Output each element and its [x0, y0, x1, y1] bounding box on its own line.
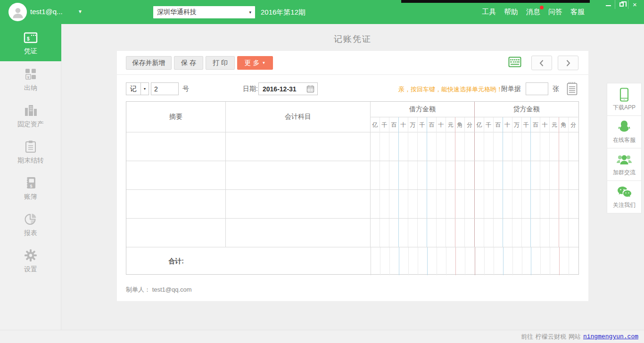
amount-cell[interactable]	[484, 219, 494, 247]
keyboard-shortcuts-icon[interactable]	[508, 57, 521, 67]
amount-cell[interactable]	[427, 190, 437, 218]
amount-cell[interactable]	[569, 219, 578, 247]
more-button[interactable]: 更 多 ▼	[237, 56, 273, 70]
amount-cell[interactable]	[455, 219, 465, 247]
amount-cell[interactable]	[559, 161, 569, 189]
amount-cell[interactable]	[494, 132, 503, 161]
amount-cell[interactable]	[522, 219, 531, 247]
notepad-icon[interactable]	[566, 81, 578, 96]
amount-cell[interactable]	[437, 219, 446, 247]
sidebar-item-voucher[interactable]: $ 凭证	[0, 24, 61, 61]
account-cell[interactable]	[226, 132, 371, 161]
amount-cell[interactable]	[399, 190, 408, 218]
date-input[interactable]: 2016-12-31	[258, 82, 318, 95]
amount-cell[interactable]	[494, 219, 503, 247]
next-voucher-button[interactable]	[558, 56, 578, 70]
sidebar-item-ledgers[interactable]: $ 账簿	[0, 170, 61, 206]
amount-cell[interactable]	[569, 161, 578, 189]
amount-cell[interactable]	[540, 190, 550, 218]
amount-cell[interactable]	[371, 190, 380, 218]
amount-cell[interactable]	[531, 190, 540, 218]
amount-cell[interactable]	[512, 219, 522, 247]
amount-cell[interactable]	[503, 132, 512, 161]
amount-cell[interactable]	[389, 132, 399, 161]
amount-cell[interactable]	[389, 161, 399, 189]
save-button[interactable]: 保 存	[174, 56, 203, 70]
summary-cell[interactable]	[126, 132, 226, 161]
account-cell[interactable]	[226, 219, 371, 247]
amount-cell[interactable]	[446, 161, 455, 189]
amount-cell[interactable]	[522, 132, 531, 161]
amount-cell[interactable]	[380, 161, 389, 189]
previous-voucher-button[interactable]	[531, 56, 552, 70]
amount-cell[interactable]	[408, 132, 418, 161]
amount-cell[interactable]	[512, 161, 522, 189]
attachment-count-input[interactable]	[526, 82, 548, 95]
amount-cell[interactable]	[437, 132, 446, 161]
print-button[interactable]: 打 印	[206, 56, 235, 70]
download-app-card[interactable]: 下载APP	[607, 83, 642, 116]
summary-cell[interactable]	[126, 161, 226, 189]
sidebar-item-settings[interactable]: 设置	[0, 243, 61, 279]
menu-help[interactable]: 帮助	[504, 8, 518, 16]
amount-cell[interactable]	[475, 132, 484, 161]
amount-cell[interactable]	[540, 219, 550, 247]
amount-cell[interactable]	[475, 190, 484, 218]
amount-cell[interactable]	[427, 219, 437, 247]
amount-cell[interactable]	[503, 190, 512, 218]
amount-cell[interactable]	[522, 161, 531, 189]
amount-cell[interactable]	[380, 132, 389, 161]
amount-cell[interactable]	[550, 219, 559, 247]
amount-cell[interactable]	[418, 161, 427, 189]
amount-cell[interactable]	[446, 190, 455, 218]
amount-cell[interactable]	[531, 132, 540, 161]
menu-messages[interactable]: 消息	[526, 8, 540, 16]
amount-cell[interactable]	[550, 161, 559, 189]
amount-cell[interactable]	[408, 190, 418, 218]
amount-cell[interactable]	[389, 219, 399, 247]
join-group-card[interactable]: 加群交流	[607, 148, 642, 181]
calendar-icon[interactable]	[306, 85, 314, 93]
save-and-new-button[interactable]: 保存并新增	[126, 56, 172, 70]
amount-cell[interactable]	[522, 190, 531, 218]
sidebar-item-reports[interactable]: 报表	[0, 206, 61, 243]
amount-cell[interactable]	[494, 161, 503, 189]
amount-cell[interactable]	[380, 190, 389, 218]
amount-cell[interactable]	[540, 132, 550, 161]
amount-cell[interactable]	[399, 161, 408, 189]
voucher-word-select[interactable]: 记 ▾	[126, 82, 149, 95]
amount-cell[interactable]	[503, 219, 512, 247]
amount-cell[interactable]	[494, 190, 503, 218]
amount-cell[interactable]	[550, 190, 559, 218]
amount-cell[interactable]	[380, 219, 389, 247]
voucher-number-input[interactable]	[151, 82, 179, 95]
amount-cell[interactable]	[484, 190, 494, 218]
amount-cell[interactable]	[399, 219, 408, 247]
amount-cell[interactable]	[512, 190, 522, 218]
amount-cell[interactable]	[389, 190, 399, 218]
avatar[interactable]	[8, 3, 27, 21]
amount-cell[interactable]	[512, 132, 522, 161]
amount-cell[interactable]	[371, 161, 380, 189]
amount-cell[interactable]	[550, 132, 559, 161]
follow-us-card[interactable]: 关注我们	[607, 180, 642, 213]
amount-cell[interactable]	[455, 132, 465, 161]
amount-cell[interactable]	[437, 190, 446, 218]
account-cell[interactable]	[226, 190, 371, 218]
footer-link[interactable]: ningmengyun.com	[583, 333, 638, 340]
amount-cell[interactable]	[503, 161, 512, 189]
amount-cell[interactable]	[465, 219, 474, 247]
amount-cell[interactable]	[427, 132, 437, 161]
amount-cell[interactable]	[437, 161, 446, 189]
amount-cell[interactable]	[399, 132, 408, 161]
amount-cell[interactable]	[484, 132, 494, 161]
amount-cell[interactable]	[371, 132, 380, 161]
amount-cell[interactable]	[446, 132, 455, 161]
amount-cell[interactable]	[569, 190, 578, 218]
summary-cell[interactable]	[126, 190, 226, 218]
amount-cell[interactable]	[371, 219, 380, 247]
user-caret-down-icon[interactable]: ▼	[78, 9, 83, 14]
username[interactable]: test1@q...	[30, 8, 63, 16]
amount-cell[interactable]	[465, 161, 474, 189]
close-button[interactable]: ×	[628, 0, 641, 9]
